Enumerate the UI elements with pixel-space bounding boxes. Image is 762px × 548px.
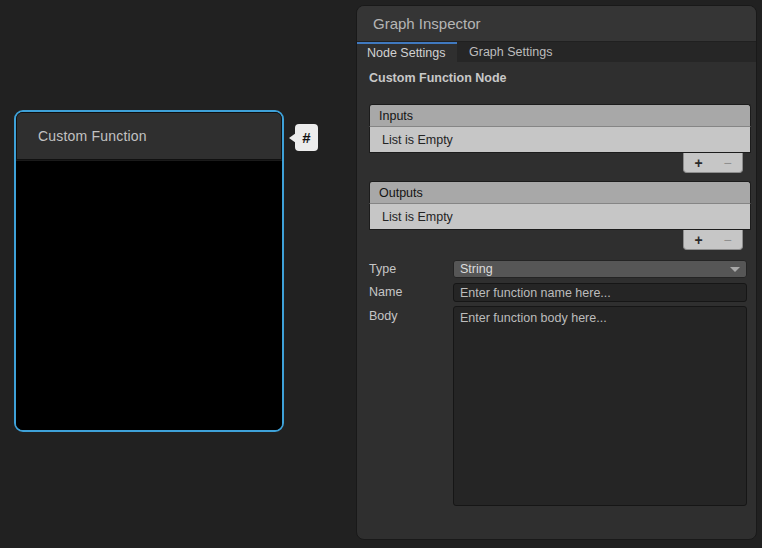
inspector-titlebar[interactable]: Graph Inspector: [357, 6, 756, 42]
outputs-header-label: Outputs: [379, 186, 423, 200]
outputs-list-footer: + −: [369, 230, 751, 251]
inputs-empty-label: List is Empty: [382, 133, 453, 147]
inspector-tabs: Node Settings Graph Settings: [357, 42, 756, 62]
inputs-list-header[interactable]: Inputs: [369, 104, 751, 127]
custom-function-node[interactable]: Custom Function: [14, 110, 284, 432]
tab-node-settings-label: Node Settings: [367, 46, 446, 60]
inputs-footer-buttons: + −: [683, 153, 743, 173]
type-label: Type: [369, 262, 396, 276]
function-name-input[interactable]: [453, 283, 747, 302]
outputs-list-header[interactable]: Outputs: [369, 181, 751, 204]
node-header[interactable]: Custom Function: [16, 112, 282, 161]
node-title: Custom Function: [38, 128, 147, 144]
shader-graph-window: Custom Function # Graph Inspector Node S…: [0, 0, 762, 548]
inputs-list-footer: + −: [369, 153, 751, 174]
inputs-list-row: List is Empty: [369, 127, 751, 153]
name-label: Name: [369, 285, 402, 299]
outputs-list-row: List is Empty: [369, 204, 751, 230]
section-title: Custom Function Node: [369, 71, 507, 85]
hash-badge-label: #: [302, 129, 310, 146]
hash-badge-icon[interactable]: #: [295, 124, 318, 151]
outputs-empty-label: List is Empty: [382, 210, 453, 224]
outputs-add-button[interactable]: +: [694, 233, 702, 247]
inputs-remove-button[interactable]: −: [723, 156, 731, 170]
function-body-input[interactable]: [453, 306, 747, 506]
tab-graph-settings-label: Graph Settings: [469, 45, 552, 59]
outputs-remove-button[interactable]: −: [723, 233, 731, 247]
tab-graph-settings[interactable]: Graph Settings: [457, 42, 564, 62]
outputs-list: Outputs List is Empty + −: [369, 181, 751, 251]
type-dropdown[interactable]: String: [453, 260, 747, 278]
outputs-footer-buttons: + −: [683, 230, 743, 250]
node-settings-content: Custom Function Node Inputs List is Empt…: [357, 62, 756, 538]
graph-inspector-panel: Graph Inspector Node Settings Graph Sett…: [356, 5, 757, 540]
body-label: Body: [369, 309, 398, 323]
tab-node-settings[interactable]: Node Settings: [357, 42, 457, 62]
type-dropdown-value: String: [460, 262, 493, 276]
inputs-list: Inputs List is Empty + −: [369, 104, 751, 174]
inputs-header-label: Inputs: [379, 109, 413, 123]
inputs-add-button[interactable]: +: [694, 156, 702, 170]
node-preview-body: [16, 161, 282, 430]
inspector-title: Graph Inspector: [373, 15, 481, 32]
chevron-down-icon: [730, 267, 740, 272]
graph-canvas[interactable]: Custom Function #: [0, 0, 356, 548]
